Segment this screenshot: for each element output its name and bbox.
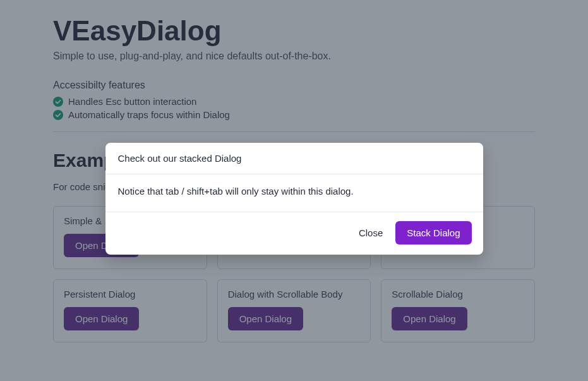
stack-dialog-button[interactable]: Stack Dialog [395,221,471,245]
dialog-title: Check out our stacked Dialog [105,143,483,174]
dialog: Check out our stacked Dialog Notice that… [105,143,483,255]
close-button[interactable]: Close [355,222,387,243]
dialog-body: Notice that tab / shift+tab will only st… [105,174,483,212]
dialog-footer: Close Stack Dialog [105,212,483,255]
dialog-overlay[interactable]: Check out our stacked Dialog Notice that… [0,0,588,381]
